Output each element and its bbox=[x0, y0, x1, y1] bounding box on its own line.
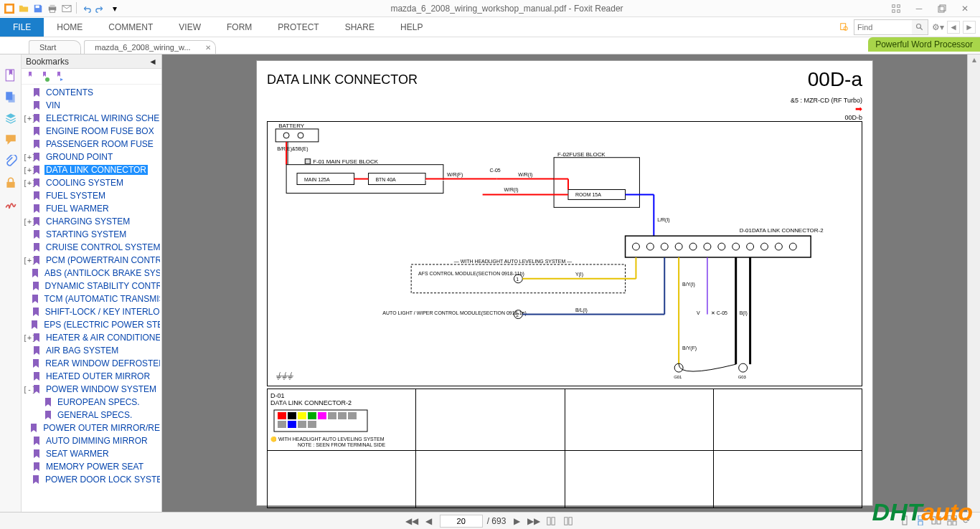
redo-icon[interactable] bbox=[94, 2, 107, 15]
vertical-scrollbar[interactable]: ▴ bbox=[967, 54, 980, 512]
bookmark-item[interactable]: ABS (ANTILOCK BRAKE SYSTEM) bbox=[22, 267, 161, 280]
menu-home[interactable]: HOME bbox=[44, 18, 95, 37]
bookmarks-panel-icon[interactable] bbox=[4, 69, 17, 82]
attachments-panel-icon[interactable] bbox=[4, 155, 17, 168]
email-icon[interactable] bbox=[60, 2, 73, 15]
bookmark-item[interactable]: POWER DOOR LOCK SYSTEM bbox=[22, 473, 161, 486]
bookmark-item[interactable]: EPS (ELECTRIC POWER STEERING) bbox=[22, 318, 161, 331]
svg-text:2: 2 bbox=[516, 313, 519, 318]
find-input[interactable] bbox=[854, 23, 912, 32]
open-icon[interactable] bbox=[17, 2, 30, 15]
menu-protect[interactable]: PROTECT bbox=[265, 18, 331, 37]
bookmark-item[interactable]: [-]POWER WINDOW SYSTEM bbox=[22, 383, 161, 396]
security-panel-icon[interactable] bbox=[4, 176, 17, 189]
bookmark-item[interactable]: REAR WINDOW DEFROSTER bbox=[22, 357, 161, 370]
bm-expand-all-icon[interactable] bbox=[24, 71, 36, 82]
bookmark-expand-icon[interactable]: [-] bbox=[23, 386, 32, 394]
bookmark-item[interactable]: [+]COOLING SYSTEM bbox=[22, 176, 161, 189]
bookmark-expand-icon[interactable]: [+] bbox=[23, 115, 32, 123]
close-icon[interactable]: ✕ bbox=[958, 2, 971, 15]
find-dropdown-icon[interactable] bbox=[838, 21, 851, 34]
ribbon-collapse-icon[interactable] bbox=[890, 2, 903, 15]
bookmark-item[interactable]: [+]GROUND POINT bbox=[22, 151, 161, 163]
continuous-facing-icon[interactable] bbox=[947, 515, 958, 527]
menu-share[interactable]: SHARE bbox=[332, 18, 387, 37]
tab-start[interactable]: Start bbox=[29, 40, 81, 54]
bookmark-item[interactable]: ENGINE ROOM FUSE BOX bbox=[22, 125, 161, 138]
bookmark-item[interactable]: GENERAL SPECS. bbox=[22, 409, 161, 421]
bookmark-item[interactable]: FUEL SYSTEM bbox=[22, 189, 161, 202]
bookmark-item[interactable]: [+]DATA LINK CONNECTOR bbox=[22, 163, 161, 176]
bookmark-item[interactable]: [+]CHARGING SYSTEM bbox=[22, 215, 161, 228]
settings-gear-icon[interactable]: ⚙▾ bbox=[931, 21, 944, 34]
document-view[interactable]: DATA LINK CONNECTOR 00D-a &5 : MZR-CD (R… bbox=[162, 54, 967, 512]
bookmark-expand-icon[interactable]: [+] bbox=[23, 334, 32, 342]
menu-form[interactable]: FORM bbox=[214, 18, 265, 37]
bookmark-expand-icon[interactable]: [+] bbox=[23, 166, 32, 174]
bookmark-expand-icon[interactable]: [+] bbox=[23, 257, 32, 264]
prev-page-icon[interactable]: ◀ bbox=[423, 515, 435, 528]
maximize-icon[interactable] bbox=[936, 2, 948, 15]
bookmark-icon bbox=[31, 475, 41, 485]
bm-options-icon[interactable] bbox=[53, 71, 65, 82]
bookmark-item[interactable]: CONTENTS bbox=[22, 86, 161, 99]
find-submit-icon[interactable] bbox=[912, 20, 928, 34]
promo-banner[interactable]: Powerful Word Processor bbox=[868, 37, 980, 52]
reflow2-icon[interactable] bbox=[562, 515, 575, 528]
bookmarks-tree[interactable]: CONTENTSVIN[+]ELECTRICAL WIRING SCHEMATI… bbox=[22, 85, 161, 512]
rotate-icon[interactable]: ⟳ bbox=[963, 515, 974, 527]
signatures-panel-icon[interactable] bbox=[4, 198, 17, 211]
scroll-up-icon[interactable]: ▴ bbox=[968, 54, 980, 69]
bookmark-item[interactable]: STARTING SYSTEM bbox=[22, 228, 161, 241]
save-icon[interactable] bbox=[32, 2, 44, 15]
find-prev-icon[interactable]: ◄ bbox=[947, 21, 960, 34]
print-icon[interactable] bbox=[46, 2, 59, 15]
first-page-icon[interactable]: ◀◀ bbox=[405, 515, 418, 528]
last-page-icon[interactable]: ▶▶ bbox=[527, 515, 540, 528]
continuous-page-icon[interactable] bbox=[915, 515, 927, 527]
layers-panel-icon[interactable] bbox=[4, 112, 17, 125]
bookmark-item[interactable]: [+]PCM (POWERTRAIN CONTROL) bbox=[22, 254, 161, 267]
bookmark-item[interactable]: DYNAMIC STABILITY CONTROL bbox=[22, 280, 161, 292]
bookmark-item[interactable]: PASSENGER ROOM FUSE bbox=[22, 138, 161, 151]
bookmark-item[interactable]: FUEL WARMER bbox=[22, 202, 161, 215]
app-icon[interactable] bbox=[3, 2, 16, 15]
menu-view[interactable]: VIEW bbox=[166, 18, 214, 37]
comments-panel-icon[interactable] bbox=[4, 133, 17, 146]
bookmark-item[interactable]: CRUISE CONTROL SYSTEM bbox=[22, 241, 161, 254]
bookmark-item[interactable]: VIN bbox=[22, 99, 161, 112]
bookmark-item[interactable]: AUTO DIMMING MIRROR bbox=[22, 434, 161, 447]
page-number-input[interactable] bbox=[440, 515, 483, 528]
single-page-icon[interactable] bbox=[900, 515, 911, 527]
bookmark-expand-icon[interactable]: [+] bbox=[23, 218, 32, 226]
menu-help[interactable]: HELP bbox=[387, 18, 435, 37]
bookmark-item[interactable]: AIR BAG SYSTEM bbox=[22, 344, 161, 357]
svg-point-57 bbox=[689, 243, 697, 250]
reflow-icon[interactable] bbox=[545, 515, 557, 528]
tab-document[interactable]: mazda_6_2008_wiring_w...✕ bbox=[84, 40, 215, 54]
find-next-icon[interactable]: ► bbox=[963, 21, 976, 34]
facing-page-icon[interactable] bbox=[931, 515, 943, 527]
bookmark-item[interactable]: TCM (AUTOMATIC TRANSMISSION) bbox=[22, 292, 161, 305]
minimize-icon[interactable]: ─ bbox=[913, 2, 925, 15]
bm-new-icon[interactable] bbox=[39, 71, 50, 82]
bookmarks-collapse-icon[interactable]: ◄ bbox=[149, 57, 157, 67]
bookmark-item[interactable]: EUROPEAN SPECS. bbox=[22, 396, 161, 409]
file-menu[interactable]: FILE bbox=[0, 18, 44, 37]
pages-panel-icon[interactable] bbox=[4, 90, 17, 103]
bookmark-item[interactable]: SHIFT-LOCK / KEY INTERLOCK bbox=[22, 305, 161, 318]
bookmark-item[interactable]: [+]ELECTRICAL WIRING SCHEMATIC bbox=[22, 112, 161, 125]
menu-comment[interactable]: COMMENT bbox=[95, 18, 166, 37]
bookmark-item[interactable]: POWER OUTER MIRROR/RETRACTABLE bbox=[22, 421, 161, 434]
bookmark-item[interactable]: HEATED OUTER MIRROR bbox=[22, 370, 161, 383]
bookmark-item[interactable]: MEMORY POWER SEAT bbox=[22, 460, 161, 473]
undo-icon[interactable] bbox=[80, 2, 93, 15]
bookmark-item[interactable]: [+]HEATER & AIR CONDITIONER bbox=[22, 331, 161, 344]
tab-close-icon[interactable]: ✕ bbox=[205, 44, 211, 52]
svg-text:B/L(I): B/L(I) bbox=[575, 308, 588, 313]
bookmark-expand-icon[interactable]: [+] bbox=[23, 153, 32, 161]
qat-dropdown-icon[interactable]: ▾ bbox=[108, 2, 121, 15]
bookmark-item[interactable]: SEAT WARMER bbox=[22, 447, 161, 460]
bookmark-expand-icon[interactable]: [+] bbox=[23, 179, 32, 187]
next-page-icon[interactable]: ▶ bbox=[510, 515, 523, 528]
